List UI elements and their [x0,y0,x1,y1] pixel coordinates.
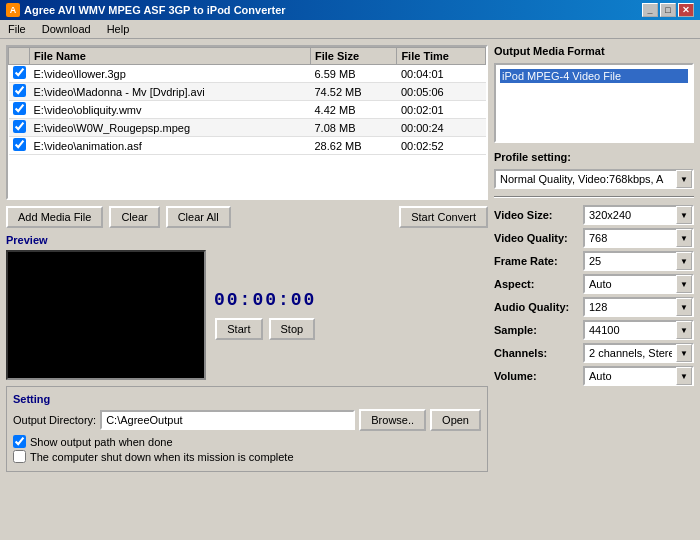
setting-row-1: Video Quality:7685121024256▼ [494,228,694,248]
setting-select-7[interactable]: Auto50%75%100%125%150% [583,366,694,386]
profile-select-wrapper: Normal Quality, Video:768kbps, A ▼ [494,169,694,189]
output-directory-row: Output Directory: Browse.. Open [13,409,481,431]
title-bar: A Agree AVI WMV MPEG ASF 3GP to iPod Con… [0,0,700,20]
setting-row-6: Channels:2 channels, Stere1 channel, Mon… [494,343,694,363]
setting-row-7: Volume:Auto50%75%100%125%150%▼ [494,366,694,386]
shutdown-checkbox[interactable] [13,450,26,463]
setting-select-0[interactable]: 320x240640x480176x144352x288 [583,205,694,225]
row-filesize: 74.52 MB [311,83,397,101]
preview-controls: 00:00:00 Start Stop [214,290,316,340]
setting-label: Setting [13,393,481,405]
row-checkbox[interactable] [13,102,26,115]
minimize-button[interactable]: _ [642,3,658,17]
main-container: File Name File Size File Time E:\video\l… [0,39,700,533]
format-item-ipod[interactable]: iPod MPEG-4 Video File [500,69,688,83]
setting-select-wrapper-5: 441002205048000▼ [583,320,694,340]
row-filename: E:\video\animation.asf [30,137,311,155]
setting-label-1: Video Quality: [494,232,579,244]
row-filename: E:\video\llower.3gp [30,65,311,83]
setting-select-6[interactable]: 2 channels, Stere1 channel, Mono [583,343,694,363]
setting-select-1[interactable]: 7685121024256 [583,228,694,248]
clear-all-button[interactable]: Clear All [166,206,231,228]
row-filetime: 00:05:06 [397,83,486,101]
setting-label-4: Audio Quality: [494,301,579,313]
menu-download[interactable]: Download [38,22,95,36]
output-format-box: iPod MPEG-4 Video File [494,63,694,143]
setting-row-3: Aspect:Auto4:316:9▼ [494,274,694,294]
setting-label-6: Channels: [494,347,579,359]
preview-section: Preview 00:00:00 Start Stop [6,234,488,380]
profile-setting-label: Profile setting: [494,151,694,163]
checkbox-show-output-row: Show output path when done [13,435,481,448]
start-button[interactable]: Start [215,318,262,340]
row-filetime: 00:02:01 [397,101,486,119]
window-controls: _ □ ✕ [642,3,694,17]
shutdown-label: The computer shut down when its mission … [30,451,294,463]
settings-rows: Video Size:320x240640x480176x144352x288▼… [494,205,694,389]
row-filetime: 00:04:01 [397,65,486,83]
preview-video [6,250,206,380]
maximize-button[interactable]: □ [660,3,676,17]
browse-button[interactable]: Browse.. [359,409,426,431]
setting-select-wrapper-6: 2 channels, Stere1 channel, Mono▼ [583,343,694,363]
output-dir-label: Output Directory: [13,414,96,426]
table-row: E:\video\Madonna - Mv [Dvdrip].avi 74.52… [9,83,486,101]
setting-select-4[interactable]: 12864192256 [583,297,694,317]
setting-label-5: Sample: [494,324,579,336]
setting-select-3[interactable]: Auto4:316:9 [583,274,694,294]
row-checkbox[interactable] [13,84,26,97]
clear-button[interactable]: Clear [109,206,159,228]
setting-label-7: Volume: [494,370,579,382]
setting-select-wrapper-7: Auto50%75%100%125%150%▼ [583,366,694,386]
col-filetime: File Time [397,48,486,65]
setting-section: Setting Output Directory: Browse.. Open … [6,386,488,472]
setting-row-2: Frame Rate:25301524▼ [494,251,694,271]
row-filename: E:\video\Madonna - Mv [Dvdrip].avi [30,83,311,101]
button-row: Add Media File Clear Clear All Start Con… [6,206,488,228]
preview-area: 00:00:00 Start Stop [6,250,488,380]
setting-select-wrapper-4: 12864192256▼ [583,297,694,317]
table-row: E:\video\animation.asf 28.62 MB 00:02:52 [9,137,486,155]
file-table: File Name File Size File Time E:\video\l… [8,47,486,155]
close-button[interactable]: ✕ [678,3,694,17]
row-filesize: 4.42 MB [311,101,397,119]
row-checkbox[interactable] [13,66,26,79]
profile-select[interactable]: Normal Quality, Video:768kbps, A [494,169,694,189]
app-icon: A [6,3,20,17]
menu-help[interactable]: Help [103,22,134,36]
menu-bar: File Download Help [0,20,700,39]
stop-button[interactable]: Stop [269,318,316,340]
row-filetime: 00:02:52 [397,137,486,155]
window-title: Agree AVI WMV MPEG ASF 3GP to iPod Conve… [24,4,286,16]
setting-select-wrapper-0: 320x240640x480176x144352x288▼ [583,205,694,225]
row-filename: E:\video\obliquity.wmv [30,101,311,119]
playback-buttons: Start Stop [215,318,315,340]
output-dir-input[interactable] [100,410,355,430]
col-check [9,48,30,65]
table-row: E:\video\obliquity.wmv 4.42 MB 00:02:01 [9,101,486,119]
checkbox-shutdown-row: The computer shut down when its mission … [13,450,481,463]
row-checkbox[interactable] [13,138,26,151]
output-format-title: Output Media Format [494,45,694,57]
col-filesize: File Size [311,48,397,65]
setting-select-5[interactable]: 441002205048000 [583,320,694,340]
row-filesize: 7.08 MB [311,119,397,137]
row-checkbox[interactable] [13,120,26,133]
row-filetime: 00:00:24 [397,119,486,137]
setting-label-3: Aspect: [494,278,579,290]
setting-label-0: Video Size: [494,209,579,221]
file-table-container: File Name File Size File Time E:\video\l… [6,45,488,200]
left-panel: File Name File Size File Time E:\video\l… [6,45,488,527]
row-checkbox-cell [9,65,30,83]
row-checkbox-cell [9,101,30,119]
start-convert-button[interactable]: Start Convert [399,206,488,228]
setting-row-5: Sample:441002205048000▼ [494,320,694,340]
show-output-checkbox[interactable] [13,435,26,448]
open-button[interactable]: Open [430,409,481,431]
menu-file[interactable]: File [4,22,30,36]
setting-select-2[interactable]: 25301524 [583,251,694,271]
setting-label-2: Frame Rate: [494,255,579,267]
right-panel: Output Media Format iPod MPEG-4 Video Fi… [494,45,694,527]
setting-row-4: Audio Quality:12864192256▼ [494,297,694,317]
add-media-button[interactable]: Add Media File [6,206,103,228]
